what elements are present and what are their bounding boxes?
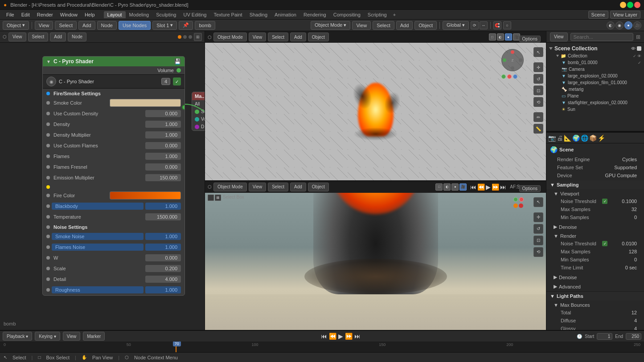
solid-shading[interactable]: ◐ [497, 33, 504, 41]
view-layer-props-icon[interactable]: 📐 [564, 134, 571, 142]
collection-item-large-exp-film[interactable]: ▼ large_explosion_film_01.0000 [549, 79, 641, 86]
tab-scripting[interactable]: Scripting [364, 11, 390, 18]
sub-shader-check[interactable]: ✓ [173, 77, 181, 85]
smoke-color-swatch[interactable] [110, 99, 181, 107]
tab-texture-paint[interactable]: Texture Paint [210, 11, 246, 18]
scene-visible-icon[interactable]: 👁 [631, 46, 636, 51]
scene-render-icon[interactable] [637, 46, 641, 51]
world-props-icon[interactable]: 🌐 [581, 134, 588, 142]
add-right[interactable]: Add [396, 21, 413, 30]
object-props-icon[interactable]: 📦 [589, 134, 597, 142]
tab-layout[interactable]: Layout [104, 11, 126, 18]
solid-shading-b[interactable]: ◐ [443, 183, 451, 191]
nav-gizmo-top[interactable]: Z [501, 49, 524, 71]
annotation-tool-icon[interactable]: ✏ [533, 112, 543, 122]
sub-shader-number[interactable]: 4 [161, 78, 170, 85]
play-button[interactable]: ▶ [486, 183, 491, 191]
smoke-noise-value[interactable]: 1.000 [145, 233, 181, 240]
volume-input-socket[interactable] [195, 117, 199, 122]
playback-btn[interactable]: Playback ▾ [3, 332, 32, 341]
view-bottom[interactable]: View [249, 183, 267, 191]
skip-start-button[interactable]: ⏮ [470, 183, 476, 191]
collection-eye[interactable]: 👁 [637, 54, 641, 58]
material-shading-b[interactable]: ● [451, 183, 459, 191]
wireframe-shading[interactable]: □ [489, 33, 496, 41]
denoise-render-header[interactable]: ▶ Denoise [554, 273, 640, 281]
move-tool-bottom[interactable]: ✛ [533, 212, 543, 222]
scale-tool-icon[interactable]: ⊡ [533, 85, 543, 95]
filter-icon[interactable]: ⊞ [636, 34, 640, 40]
render-sampling-header[interactable]: ▼ Render [554, 232, 640, 240]
collection-item-bomb[interactable]: ▼ bomb_01.0000 ✓ [549, 59, 641, 66]
max-bounces-header[interactable]: ▼ Max Bounces [554, 301, 640, 309]
select-top[interactable]: Select [268, 33, 288, 41]
blackbody-label[interactable]: Blackbody [52, 203, 144, 210]
zoom-fit-icon[interactable]: ⊞ [194, 33, 202, 41]
collection-item-sun[interactable]: ☀ Sun [549, 106, 641, 113]
viewport-bottom-options[interactable]: Options [519, 185, 541, 192]
advanced-header[interactable]: ▶ Advanced [554, 283, 640, 290]
material-shading[interactable]: ● [505, 33, 512, 41]
object-bottom[interactable]: Object [308, 183, 329, 191]
viewport-top-options[interactable]: Options [519, 36, 541, 42]
roughness-label[interactable]: Roughness [52, 286, 144, 293]
surface-input-socket[interactable] [195, 110, 199, 114]
object-mode-top[interactable]: Object Mode [213, 33, 247, 41]
menu-edit[interactable]: Edit [19, 11, 33, 18]
scene-expand-icon[interactable] [549, 47, 553, 50]
menu-file[interactable]: File [4, 11, 17, 18]
scene-props-icon[interactable]: 🌍 [572, 134, 580, 142]
object-right[interactable]: Object [414, 21, 437, 30]
light-paths-header[interactable]: ▼ Light Paths [546, 292, 644, 301]
collection-item-metarig[interactable]: 🦴 metarig [549, 86, 641, 93]
menu-window[interactable]: Window [57, 11, 80, 18]
rendered-shading-b[interactable]: 🎥 [459, 183, 467, 191]
tab-uv-editing[interactable]: UV Editing [180, 11, 210, 18]
object-mode-bottom[interactable]: Object Mode [213, 183, 247, 191]
flames-fresnel-value[interactable]: 0.000 [145, 163, 181, 171]
tab-sculpting[interactable]: Sculpting [152, 11, 180, 18]
blackbody-value[interactable]: 1.000 [145, 203, 181, 210]
viewport-bottom-render[interactable] [205, 193, 546, 330]
smoke-noise-label[interactable]: Smoke Noise [52, 233, 144, 240]
scale-tool-bottom[interactable]: ⊡ [533, 236, 543, 245]
outliner-search[interactable] [570, 33, 634, 41]
add-top[interactable]: Add [290, 33, 306, 41]
node-menu[interactable]: Node [97, 21, 117, 30]
render-noise-threshold-check[interactable]: ✓ [602, 241, 607, 246]
viewport-top-render[interactable] [205, 43, 546, 180]
object-top[interactable]: Object [308, 33, 329, 41]
fire-color-swatch[interactable] [110, 191, 181, 199]
wireframe-shading-b[interactable]: □ [435, 183, 443, 191]
maximize-button[interactable] [627, 2, 633, 8]
end-frame-input[interactable]: 250 [626, 333, 641, 340]
slot-selector[interactable]: Slot 1 ▾ [152, 21, 177, 30]
material-name-field[interactable]: bomb [195, 21, 215, 30]
volume-socket-dot[interactable] [176, 68, 181, 73]
render-props-icon[interactable]: 📷 [548, 134, 556, 142]
use-nodes-toggle[interactable]: Use Nodes [119, 21, 151, 30]
mode-dropdown[interactable]: Object ▾ [3, 21, 29, 30]
select-tool-icon[interactable]: ↖ [533, 47, 543, 57]
select-tool-bottom[interactable]: ↖ [533, 197, 543, 207]
menu-render[interactable]: Render [34, 11, 56, 18]
tab-shading[interactable]: Shading [246, 11, 271, 18]
marker-btn[interactable]: Marker [83, 332, 105, 341]
collapse-icon[interactable]: ▼ [46, 59, 51, 64]
outliner-view-btn[interactable]: View [550, 33, 568, 41]
flames-noise-label[interactable]: Flames Noise [52, 244, 144, 251]
flames-value[interactable]: 1.000 [145, 153, 181, 160]
tab-animation[interactable]: Animation [271, 11, 300, 18]
close-button[interactable] [634, 2, 640, 8]
tab-modeling[interactable]: Modeling [126, 11, 153, 18]
emission-multiplier-value[interactable]: 150.000 [145, 174, 181, 181]
add-workspace-button[interactable]: + [390, 11, 398, 18]
view-menu[interactable]: View [35, 21, 53, 30]
save-icon[interactable]: 💾 [174, 58, 181, 65]
bomb-check[interactable]: ✓ [638, 61, 641, 65]
view-layer-selector[interactable]: View Layer [610, 11, 640, 19]
roughness-value[interactable]: 1.000 [145, 286, 181, 293]
denoise-viewport-header[interactable]: ▶ Denoise [554, 223, 640, 231]
collection-item-collection[interactable]: 📁 Collection ✓ 👁 [549, 53, 641, 59]
scale-value[interactable]: 0.200 [145, 265, 181, 272]
